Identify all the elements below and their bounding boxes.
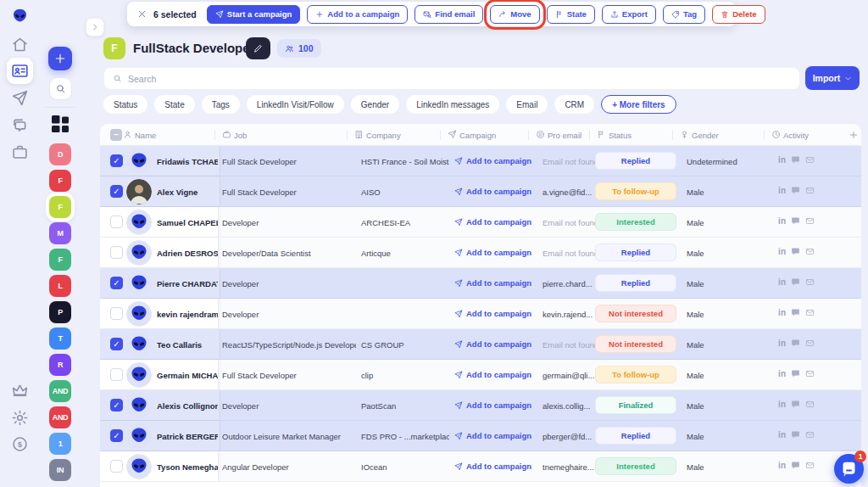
filter-chip-status[interactable]: Status (103, 95, 147, 114)
delete-button[interactable]: Delete (712, 5, 765, 24)
column-header-campaign[interactable]: Campaign (459, 131, 496, 140)
status-badge[interactable]: Finalized (595, 396, 676, 414)
state-button[interactable]: State (547, 5, 595, 24)
filter-chip-tags[interactable]: Tags (202, 95, 240, 114)
table-row[interactable]: Angular DeveloperIOceanAdd to campaigntn… (100, 451, 861, 482)
nav-gear-icon[interactable] (11, 409, 29, 427)
table-row[interactable]: Full Stack DeveloperAISOAdd to campaigna… (100, 176, 861, 207)
workspace-avatar-l[interactable]: L (49, 275, 71, 297)
table-row[interactable]: DeveloperAdd to campaignkevin.rajend...N… (100, 299, 861, 329)
table-row[interactable]: DeveloperPaotScanAdd to campaignalexis.c… (100, 390, 861, 421)
column-header-pro-email[interactable]: Pro email (548, 131, 581, 140)
workspace-avatar-f[interactable]: F (49, 170, 71, 192)
column-header-company[interactable]: Company (366, 131, 401, 140)
status-badge[interactable]: Replied (595, 274, 676, 292)
status-badge[interactable]: Interested (595, 213, 676, 231)
table-row[interactable]: Outdoor Leisure Market ManagerFDS PRO - … (100, 421, 861, 451)
status-badge[interactable]: To follow-up (595, 182, 676, 200)
add-to-campaign-link[interactable]: Add to campaign (454, 462, 539, 471)
nav-crown-icon[interactable] (11, 382, 29, 400)
nav-coin-icon[interactable]: $ (11, 435, 29, 453)
tag-button[interactable]: Tag (663, 5, 705, 24)
row-checkbox[interactable]: ✓ (110, 185, 123, 198)
nav-chat-icon[interactable] (11, 116, 29, 134)
add-to-campaign-link[interactable]: Add to campaign (454, 187, 539, 196)
status-badge[interactable]: To follow-up (595, 366, 676, 383)
row-checkbox[interactable] (110, 216, 123, 228)
workspace-avatar-f[interactable]: F (49, 196, 71, 218)
close-icon[interactable] (137, 9, 147, 19)
find-email-button[interactable]: Find email (415, 5, 483, 24)
workspace-avatar-1[interactable]: 1 (49, 433, 71, 455)
filter-chip-linkedin-messages[interactable]: LinkedIn messages (406, 95, 499, 114)
edit-list-button[interactable] (246, 37, 270, 59)
filter-chip-crm[interactable]: CRM (554, 95, 594, 114)
table-row[interactable]: Developer/Data ScientistArticqueAdd to c… (100, 238, 861, 268)
workspace-avatar-f[interactable]: F (49, 249, 71, 271)
status-badge[interactable]: Not interested (595, 305, 676, 322)
column-header-name[interactable]: Name (135, 131, 156, 140)
column-header-job[interactable]: Job (234, 131, 247, 140)
workspace-avatar-in[interactable]: IN (49, 459, 71, 481)
workspace-avatar-r[interactable]: R (49, 354, 71, 376)
column-header-gender[interactable]: Gender (692, 131, 719, 140)
add-list-button[interactable] (48, 47, 72, 70)
more-filters-button[interactable]: + More filters (601, 95, 676, 114)
search-input[interactable] (128, 74, 791, 84)
table-row[interactable]: DeveloperAdd to campaignpierre.chard...R… (100, 268, 861, 299)
row-checkbox[interactable] (110, 460, 123, 473)
add-to-campaign-link[interactable]: Add to campaign (454, 309, 539, 318)
nav-briefcase-icon[interactable] (11, 143, 29, 161)
table-row[interactable]: ReactJS/TypeScript/Node.js DeveloperCS G… (100, 329, 861, 360)
row-checkbox[interactable] (110, 246, 123, 259)
add-to-campaign-link[interactable]: Add to campaign (454, 278, 539, 288)
add-to-a-campaign-button[interactable]: Add to a campaign (307, 5, 408, 24)
status-badge[interactable]: Replied (595, 427, 676, 445)
row-checkbox[interactable]: ✓ (110, 154, 123, 167)
filter-chip-gender[interactable]: Gender (351, 95, 399, 114)
status-badge[interactable]: Replied (595, 152, 676, 170)
workspace-avatar-and[interactable]: AND (49, 406, 71, 428)
table-row[interactable]: Full Stack DeveloperHSTI France - Soil M… (100, 146, 861, 176)
sidebar-search-button[interactable] (49, 77, 72, 100)
filter-chip-linkedin-visit-follow[interactable]: LinkedIn Visit/Follow (247, 95, 344, 114)
row-checkbox[interactable]: ✓ (110, 429, 123, 442)
sidebar-expand-button[interactable] (86, 18, 104, 36)
status-badge[interactable]: Replied (595, 244, 676, 261)
workspace-avatar-m[interactable]: M (49, 222, 71, 244)
start-a-campaign-button[interactable]: Start a campaign (207, 5, 301, 24)
workspace-avatar-d[interactable]: D (49, 143, 71, 165)
row-checkbox[interactable]: ✓ (110, 399, 123, 411)
nav-home-icon[interactable] (11, 36, 29, 53)
filter-chip-state[interactable]: State (154, 95, 194, 114)
filter-chip-email[interactable]: Email (506, 95, 548, 114)
add-to-campaign-link[interactable]: Add to campaign (454, 156, 539, 165)
workspace-avatar-and[interactable]: AND (49, 380, 71, 402)
row-checkbox[interactable] (110, 307, 123, 320)
add-to-campaign-link[interactable]: Add to campaign (454, 431, 539, 440)
status-badge[interactable]: Not interested (595, 335, 676, 353)
workspace-avatar-t[interactable]: T (49, 327, 71, 350)
move-button[interactable]: Move (490, 5, 539, 24)
import-button[interactable]: Import (805, 66, 860, 90)
all-lists-grid-button[interactable] (50, 114, 70, 134)
column-header-status[interactable]: Status (609, 131, 632, 140)
add-to-campaign-link[interactable]: Add to campaign (454, 400, 539, 410)
table-row[interactable]: DeveloperARCHESI-EAAdd to campaignEmail … (100, 207, 861, 238)
nav-contacts-card-icon[interactable] (7, 58, 33, 84)
add-to-campaign-link[interactable]: Add to campaign (454, 339, 539, 349)
column-header-activity[interactable]: Activity (783, 131, 809, 140)
table-row[interactable]: Full Stack DeveloperclipAdd to campaigng… (100, 360, 861, 390)
row-checkbox[interactable]: ✓ (110, 338, 123, 350)
workspace-avatar-p[interactable]: P (49, 301, 71, 323)
add-column-button[interactable] (846, 127, 861, 143)
row-checkbox[interactable] (110, 368, 123, 381)
row-checkbox[interactable]: ✓ (110, 277, 123, 289)
add-to-campaign-link[interactable]: Add to campaign (454, 217, 539, 227)
select-all-checkbox[interactable]: – (110, 129, 122, 141)
add-to-campaign-link[interactable]: Add to campaign (454, 370, 539, 379)
status-badge[interactable]: Interested (595, 457, 676, 475)
nav-rocket-icon[interactable] (11, 89, 29, 107)
export-button[interactable]: Export (602, 5, 656, 24)
add-to-campaign-link[interactable]: Add to campaign (454, 248, 539, 257)
